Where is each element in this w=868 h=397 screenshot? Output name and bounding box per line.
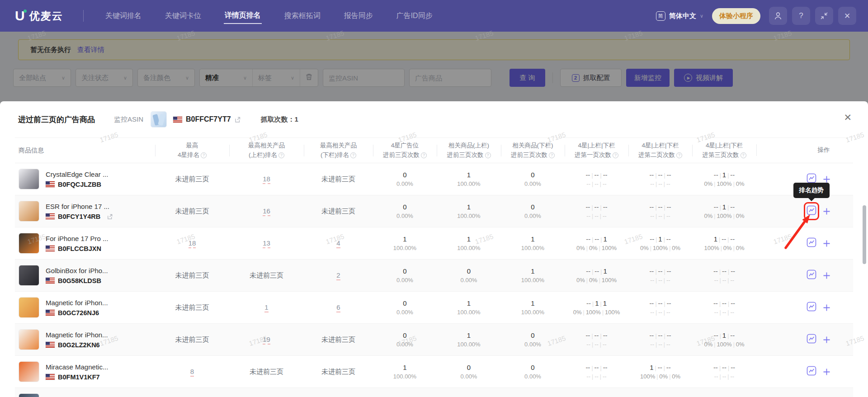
count-token: -- xyxy=(730,203,735,211)
rank-trend-button[interactable] xyxy=(807,302,816,313)
rank-trend-button[interactable] xyxy=(807,269,816,281)
external-link-icon[interactable] xyxy=(234,116,241,123)
language-selector[interactable]: 简 简体中文 ∨ xyxy=(656,11,703,21)
nav-item-1[interactable]: 关键词排名 xyxy=(104,9,142,24)
help-button[interactable]: ? xyxy=(792,7,810,25)
percent-token: -- xyxy=(666,277,670,284)
user-button[interactable] xyxy=(769,7,787,25)
count-value: 0 xyxy=(437,364,501,371)
close-app-button[interactable]: ✕ xyxy=(838,7,856,25)
count-token: -- xyxy=(649,267,654,275)
rank-link[interactable]: 18 xyxy=(189,239,196,248)
percent-token: -- xyxy=(603,180,607,187)
rank-trend-button[interactable] xyxy=(807,366,816,378)
product-text: ESR for iPhone 17 ...B0FCY1Y4RB xyxy=(46,203,113,220)
percent-values: --|--|-- xyxy=(692,373,756,380)
info-icon[interactable]: ? xyxy=(676,152,682,158)
count-token: -- xyxy=(713,267,718,275)
percent-token: 100% xyxy=(605,309,620,316)
count-value: 1 xyxy=(437,331,501,339)
info-icon[interactable]: ? xyxy=(201,152,207,158)
product-asin-line: B0FQCJLZBB xyxy=(46,181,108,188)
count-token: -- xyxy=(666,235,671,243)
app-logo[interactable]: U 优麦云 xyxy=(15,8,63,24)
percent-token: -- xyxy=(650,180,654,187)
percent-token: -- xyxy=(658,277,662,284)
count-token: -- xyxy=(658,203,663,211)
nav-right: 简 简体中文 ∨ 体验小程序 ? ✕ xyxy=(656,7,856,25)
count-value: 1 xyxy=(501,235,565,243)
count-value: 0 xyxy=(501,171,565,179)
percent-token: 0% xyxy=(573,309,582,316)
percent-token: 0% xyxy=(736,213,745,219)
percent-values: --|--|-- xyxy=(565,180,628,187)
percent-token: 0% xyxy=(659,373,668,380)
app-name: 优麦云 xyxy=(29,9,63,23)
nav-item-4[interactable]: 搜索框拓词 xyxy=(283,9,321,24)
nav-item-5[interactable]: 报告同步 xyxy=(343,9,374,24)
add-icon[interactable] xyxy=(823,368,830,376)
count-values: --|--|-- xyxy=(565,203,628,211)
pipe-separator: | xyxy=(656,341,657,348)
percent-token: -- xyxy=(722,277,726,284)
product-text: CrystalEdge Clear ...B0FQCJLZBB xyxy=(46,170,108,188)
stat-cell: 00.00% xyxy=(501,364,565,380)
rank-trend-button[interactable] xyxy=(807,237,816,249)
count-token: -- xyxy=(586,299,591,307)
pipe-separator: | xyxy=(727,172,729,179)
scrollbar-thumb[interactable] xyxy=(863,205,866,264)
product-asin: B0G58KLDSB xyxy=(58,277,101,284)
pipe-separator: | xyxy=(727,204,729,211)
stat-cell: 13 xyxy=(229,239,304,247)
collapse-button[interactable] xyxy=(815,7,833,25)
info-icon[interactable]: ? xyxy=(549,152,555,158)
rank-link[interactable]: 18 xyxy=(263,175,270,184)
external-link-icon[interactable] xyxy=(107,213,113,220)
rank-link[interactable]: 1 xyxy=(264,303,268,312)
rank-link[interactable]: 4 xyxy=(336,239,340,248)
count-values: --|--|-- xyxy=(628,171,692,179)
pipe-separator: | xyxy=(664,269,665,275)
close-icon[interactable]: ✕ xyxy=(844,112,852,123)
add-icon[interactable] xyxy=(823,175,830,183)
rank-link[interactable]: 16 xyxy=(263,207,270,216)
stat-cell: --|--|----|--|-- xyxy=(692,299,756,316)
percent-token: -- xyxy=(666,309,670,316)
count-token: 1 xyxy=(658,235,662,243)
info-icon[interactable]: ? xyxy=(421,152,427,158)
language-label: 简体中文 xyxy=(669,12,696,20)
stat-cell: 00.00% xyxy=(437,267,501,284)
rank-link[interactable]: 6 xyxy=(336,303,340,312)
info-icon[interactable]: ? xyxy=(485,152,491,158)
rank-link[interactable]: 13 xyxy=(263,239,270,248)
add-icon[interactable] xyxy=(823,336,830,344)
nav-menu: 关键词排名关键词卡位详情页排名搜索框拓词报告同步广告ID同步 xyxy=(104,8,434,24)
pipe-separator: | xyxy=(599,245,600,251)
pipe-separator: | xyxy=(728,301,729,307)
percent-token: -- xyxy=(714,309,718,316)
percent-token: -- xyxy=(603,213,607,219)
rank-link[interactable]: 8 xyxy=(190,368,194,377)
rank-link[interactable]: 19 xyxy=(263,336,270,345)
count-token: -- xyxy=(731,267,735,275)
nav-item-2[interactable]: 关键词卡位 xyxy=(164,9,202,24)
column-header: 最高相关产品(下栏)排名? xyxy=(304,141,373,160)
nav-item-6[interactable]: 广告ID同步 xyxy=(396,9,434,24)
rank-trend-button[interactable] xyxy=(807,334,816,345)
info-icon[interactable]: ? xyxy=(350,152,356,158)
add-icon[interactable] xyxy=(823,208,830,215)
rank-trend-button[interactable]: 排名趋势 xyxy=(807,205,816,217)
add-icon[interactable] xyxy=(823,272,830,279)
info-icon[interactable]: ? xyxy=(741,152,746,158)
pipe-separator: | xyxy=(586,277,588,284)
stat-cell: --|--|10%|0%|100% xyxy=(565,267,628,284)
info-icon[interactable]: ? xyxy=(613,152,618,158)
percent-token: 0% xyxy=(576,245,585,251)
add-icon[interactable] xyxy=(823,304,830,312)
rank-link[interactable]: 2 xyxy=(336,271,340,280)
pipe-separator: | xyxy=(583,309,585,316)
info-icon[interactable]: ? xyxy=(278,152,284,158)
nav-item-3[interactable]: 详情页排名 xyxy=(224,8,262,24)
add-icon[interactable] xyxy=(823,240,830,247)
mini-program-button[interactable]: 体验小程序 xyxy=(712,8,760,24)
